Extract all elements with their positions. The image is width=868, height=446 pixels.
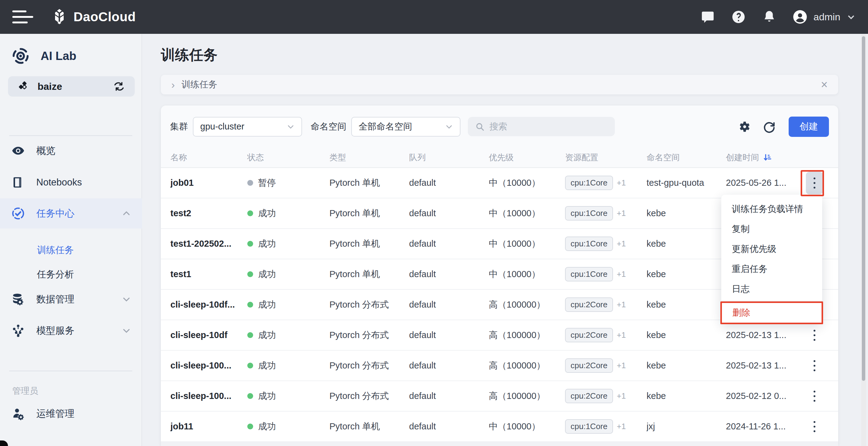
resource-chip[interactable]: cpu:2Core	[565, 389, 613, 403]
resource-chip[interactable]: cpu:2Core	[565, 328, 613, 342]
menu-item[interactable]: 复制	[721, 219, 822, 239]
resource-extra[interactable]: +1	[617, 209, 626, 218]
sidebar-section-label: 管理员	[12, 385, 38, 397]
menu-item-delete[interactable]: 删除	[720, 301, 823, 324]
sidebar-divider	[9, 371, 132, 371]
job-queue: default	[409, 239, 489, 249]
table-row[interactable]: job01 暂停 Pytorch 单机 default 中（10000） cpu…	[161, 168, 838, 198]
column-header-queue[interactable]: 队列	[409, 152, 489, 163]
column-header-status[interactable]: 状态	[247, 152, 330, 163]
menu-item[interactable]: 更新优先级	[721, 239, 822, 259]
horizontal-scrollbar-track[interactable]	[161, 442, 838, 446]
row-actions-button[interactable]	[806, 172, 823, 194]
job-name[interactable]: test2	[170, 208, 247, 218]
table-row[interactable]: cli-sleep-100... 成功 Pytorch 分布式 default …	[161, 351, 838, 381]
sidebar-item-model-services[interactable]: 模型服务	[0, 320, 142, 342]
sidebar-item-ops-management[interactable]: 运维管理	[0, 403, 142, 424]
status-dot	[247, 271, 253, 277]
job-name[interactable]: job11	[170, 421, 247, 432]
resource-extra[interactable]: +1	[617, 269, 626, 279]
close-icon[interactable]: ×	[821, 79, 828, 90]
sidebar-item-task-center[interactable]: 任务中心	[0, 198, 142, 228]
menu-item[interactable]: 训练任务负载详情	[721, 199, 822, 219]
chevron-down-icon	[287, 123, 294, 131]
menu-item[interactable]: 重启任务	[721, 259, 822, 279]
job-resource: cpu:2Core +1	[565, 358, 647, 373]
sidebar-item-training-jobs[interactable]: 训练任务	[37, 244, 74, 257]
vertical-scrollbar-thumb[interactable]	[862, 36, 865, 381]
job-name[interactable]: cli-sleep-100...	[170, 360, 247, 371]
row-actions-button[interactable]	[806, 385, 823, 408]
job-namespace: kebe	[647, 330, 726, 340]
job-name[interactable]: cli-sleep-100...	[170, 391, 247, 401]
user-menu[interactable]: admin	[793, 9, 856, 24]
table-row[interactable]: job11 成功 Pytorch 单机 default 中（10000） cpu…	[161, 412, 838, 442]
sidebar-item-overview[interactable]: 概览	[0, 140, 142, 161]
status-dot	[247, 180, 253, 186]
column-header-name[interactable]: 名称	[170, 152, 247, 163]
chevron-down-icon	[846, 12, 856, 22]
column-header-namespace[interactable]: 命名空间	[647, 152, 726, 163]
workspace-swap-icon[interactable]	[112, 79, 126, 94]
resource-chip[interactable]: cpu:1Core	[565, 206, 613, 221]
resource-extra[interactable]: +1	[617, 239, 626, 249]
job-type: Pytorch 单机	[330, 207, 409, 220]
cluster-select[interactable]: gpu-cluster	[193, 117, 302, 136]
job-priority: 高（100000）	[489, 329, 565, 342]
resource-chip[interactable]: cpu:2Core	[565, 358, 613, 373]
task-check-icon	[11, 206, 25, 221]
job-name[interactable]: job01	[170, 178, 247, 188]
workspace-icon	[17, 79, 31, 94]
resource-chip[interactable]: cpu:1Core	[565, 176, 613, 190]
resource-extra[interactable]: +1	[617, 422, 626, 431]
resource-extra[interactable]: +1	[617, 300, 626, 310]
database-gear-icon	[11, 292, 25, 306]
resource-chip[interactable]: cpu:1Core	[565, 419, 613, 434]
resource-chip[interactable]: cpu:2Core	[565, 297, 613, 312]
menu-item[interactable]: 日志	[721, 279, 822, 299]
search-box[interactable]	[468, 117, 615, 136]
sidebar-item-label: 概览	[36, 144, 55, 157]
feedback-icon[interactable]	[701, 9, 715, 24]
job-type: Pytorch 分布式	[330, 299, 409, 311]
job-namespace: jxj	[647, 421, 726, 432]
resource-extra[interactable]: +1	[617, 361, 626, 370]
table-row[interactable]: cli-sleep-10df 成功 Pytorch 分布式 default 高（…	[161, 320, 838, 351]
resource-chip[interactable]: cpu:1Core	[565, 267, 613, 281]
create-button[interactable]: 创建	[788, 117, 829, 137]
resource-chip[interactable]: cpu:1Core	[565, 236, 613, 251]
column-header-resource[interactable]: 资源配置	[565, 152, 647, 163]
brand[interactable]: DaoCloud	[51, 8, 136, 26]
refresh-icon[interactable]	[762, 120, 776, 134]
sidebar-item-data-management[interactable]: 数据管理	[0, 288, 142, 310]
workspace-switcher[interactable]: baize	[8, 76, 135, 97]
column-header-created[interactable]: 创建时间	[726, 152, 797, 163]
job-name[interactable]: test1	[170, 269, 247, 279]
sidebar-item-job-analysis[interactable]: 任务分析	[37, 268, 74, 281]
job-priority: 中（10000）	[489, 268, 565, 281]
job-type: Pytorch 单机	[330, 238, 409, 250]
namespace-select[interactable]: 全部命名空间	[351, 117, 461, 136]
job-status: 成功	[247, 329, 330, 342]
column-header-type[interactable]: 类型	[330, 152, 409, 163]
sort-descending-icon[interactable]	[763, 153, 773, 162]
gear-icon[interactable]	[738, 120, 752, 134]
resource-extra[interactable]: +1	[617, 391, 626, 401]
job-name[interactable]: cli-sleep-10df	[170, 330, 247, 340]
table-row[interactable]: cli-sleep-100... 成功 Pytorch 分布式 default …	[161, 381, 838, 412]
job-name[interactable]: test1-202502...	[170, 239, 247, 249]
job-name[interactable]: cli-sleep-10df...	[170, 299, 247, 310]
resource-extra[interactable]: +1	[617, 330, 626, 340]
row-actions-button[interactable]	[806, 415, 823, 438]
product-header: AI Lab	[11, 46, 76, 66]
hamburger-menu-icon[interactable]	[12, 8, 34, 26]
row-actions-button[interactable]	[806, 324, 823, 347]
help-icon[interactable]	[731, 9, 746, 24]
row-actions-button[interactable]	[806, 354, 823, 377]
notifications-bell-icon[interactable]	[762, 9, 777, 24]
resource-extra[interactable]: +1	[617, 178, 626, 188]
sidebar-item-notebooks[interactable]: Notebooks	[0, 172, 142, 193]
search-input[interactable]	[489, 122, 608, 132]
column-header-priority[interactable]: 优先级	[489, 152, 565, 163]
status-label: 暂停	[258, 177, 276, 189]
